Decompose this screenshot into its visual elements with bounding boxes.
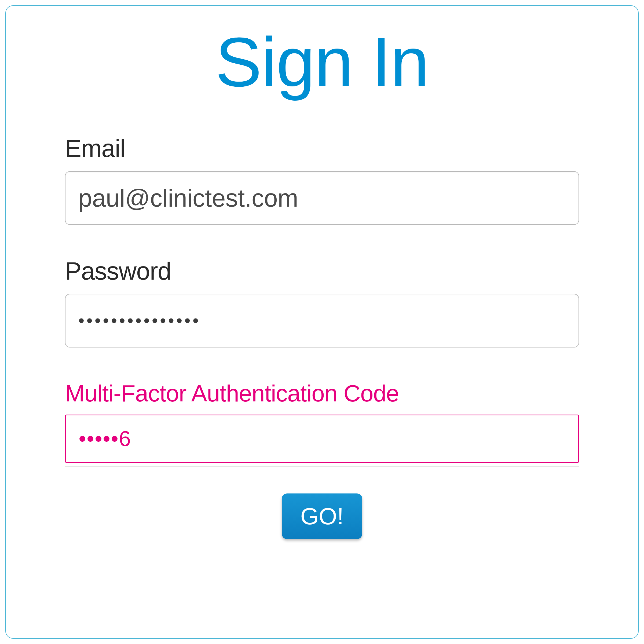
mfa-group: Multi-Factor Authentication Code [65, 380, 579, 467]
mfa-label: Multi-Factor Authentication Code [65, 380, 579, 407]
password-label: Password [65, 257, 579, 285]
password-field[interactable] [65, 294, 579, 347]
mfa-field[interactable] [65, 415, 579, 463]
password-group: Password [65, 257, 579, 347]
signin-card: Sign In Email Password Multi-Factor Auth… [5, 5, 639, 639]
mfa-underline [65, 466, 579, 467]
go-button[interactable]: GO! [282, 493, 362, 539]
email-label: Email [65, 134, 579, 163]
email-field[interactable] [65, 171, 579, 225]
email-group: Email [65, 134, 579, 225]
page-title: Sign In [65, 22, 579, 102]
